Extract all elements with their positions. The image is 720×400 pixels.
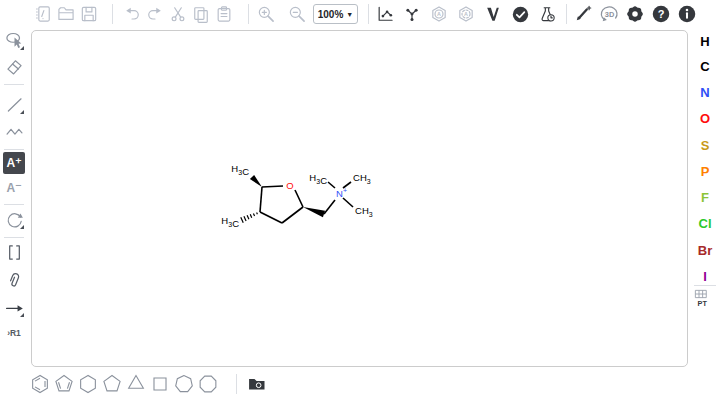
atom-label: O — [700, 111, 710, 126]
svg-text:A: A — [437, 11, 441, 17]
flask-clock-icon — [537, 4, 557, 24]
undo-button[interactable] — [121, 3, 143, 25]
svg-text:?: ? — [658, 8, 665, 20]
atom-button-cl[interactable]: Cl — [692, 216, 718, 231]
aromatize-button[interactable]: A — [428, 3, 450, 25]
atom-button-c[interactable]: C — [692, 59, 718, 74]
atom-button-s[interactable]: S — [692, 138, 718, 153]
reaction-arrow-tool[interactable] — [3, 296, 25, 318]
about-button[interactable] — [676, 3, 698, 25]
atom-button-i[interactable]: I — [692, 269, 718, 284]
svg-text:CH3: CH3 — [355, 205, 373, 218]
settings-button[interactable] — [624, 3, 646, 25]
charge-minus-label: A⁻ — [7, 181, 22, 195]
template-cycloheptane[interactable] — [173, 373, 195, 395]
template-cyclopentadiene[interactable] — [53, 373, 75, 395]
atom-button-o[interactable]: O — [692, 111, 718, 126]
rgroup-label-tool[interactable]: ›R1 — [3, 322, 25, 344]
template-benzene[interactable] — [29, 373, 51, 395]
calculate-cip-button[interactable] — [482, 3, 504, 25]
open-button[interactable] — [55, 3, 77, 25]
toolbar-separator — [694, 285, 716, 286]
save-button[interactable] — [78, 3, 100, 25]
atom-label: I — [703, 269, 707, 284]
drawing-canvas[interactable]: ON+H3CH3CH3CCH3CH3 — [31, 30, 688, 367]
toolbar-separator — [4, 149, 24, 150]
zoom-level-dropdown[interactable]: 100% ▼ — [313, 4, 358, 24]
gear-icon — [624, 3, 646, 25]
zoom-group — [255, 3, 308, 25]
top-toolbar: 100% ▼ A — [0, 0, 720, 28]
attachment-point-tool[interactable] — [3, 269, 25, 291]
floppy-disk-icon — [79, 4, 99, 24]
toolbar-separator — [112, 4, 113, 24]
periodic-table-button[interactable]: PT — [693, 288, 715, 310]
charge-plus-tool[interactable]: A⁺ — [3, 152, 25, 174]
erase-tool[interactable] — [3, 55, 25, 77]
toolbar-separator — [248, 4, 249, 24]
transform-rotate-tool[interactable] — [3, 208, 25, 230]
3d-viewer-button[interactable]: 3D — [598, 3, 620, 25]
atom-label: H — [700, 34, 709, 49]
help-button[interactable]: ? — [650, 3, 672, 25]
right-arrow-icon — [4, 297, 25, 318]
copy-icon — [191, 4, 211, 24]
template-cyclopropane[interactable] — [125, 373, 147, 395]
atom-button-h[interactable]: H — [692, 34, 718, 49]
template-cyclooctane[interactable] — [197, 373, 219, 395]
layout-button[interactable] — [374, 3, 396, 25]
atom-button-p[interactable]: P — [692, 164, 718, 179]
rotate-icon — [4, 209, 25, 230]
sgroup-bracket-tool[interactable] — [3, 241, 25, 263]
clear-canvas-button[interactable] — [32, 3, 54, 25]
atom-button-n[interactable]: N — [692, 85, 718, 100]
svg-text:A: A — [464, 11, 468, 17]
info-icon — [676, 3, 698, 25]
toolbar-separator — [566, 4, 567, 24]
dearomatize-button[interactable]: A — [455, 3, 477, 25]
template-cyclohexane[interactable] — [77, 373, 99, 395]
redo-button[interactable] — [144, 3, 166, 25]
atom-label: C — [700, 59, 709, 74]
chain-tool[interactable] — [3, 120, 25, 142]
question-icon: ? — [650, 3, 672, 25]
cut-button[interactable] — [167, 3, 189, 25]
molecule-drawing[interactable]: ON+H3CH3CH3CCH3CH3 — [32, 31, 687, 366]
atom-label: Br — [698, 243, 712, 258]
check-icon — [510, 4, 531, 25]
benzene-icon — [29, 373, 51, 395]
clean-up-icon — [402, 4, 422, 24]
zoom-in-button[interactable] — [255, 3, 277, 25]
atom-label: F — [701, 190, 709, 205]
select-lasso-tool[interactable] — [3, 29, 25, 51]
dropdown-arrow-icon: ▼ — [346, 11, 353, 18]
recognize-button[interactable] — [572, 3, 594, 25]
clean-up-button[interactable] — [401, 3, 423, 25]
copy-button[interactable] — [190, 3, 212, 25]
atom-toolbar: H C N O S P F Cl Br I PT — [690, 28, 720, 368]
zoom-level-value: 100% — [318, 9, 344, 20]
charge-minus-tool[interactable]: A⁻ — [3, 177, 25, 199]
check-structure-button[interactable] — [509, 3, 531, 25]
cip-wedge-icon — [483, 4, 503, 24]
charge-plus-label: A⁺ — [7, 156, 22, 170]
brackets-icon — [4, 242, 25, 263]
svg-text:H3C: H3C — [231, 163, 249, 177]
single-bond-tool[interactable] — [3, 93, 25, 115]
3d-rotate-icon: 3D — [599, 4, 620, 25]
pt-label: PT — [698, 299, 708, 308]
atom-button-f[interactable]: F — [692, 190, 718, 205]
template-cyclopentane[interactable] — [101, 373, 123, 395]
paste-button[interactable] — [213, 3, 235, 25]
calculated-values-button[interactable] — [536, 3, 558, 25]
template-cyclobutane[interactable] — [149, 373, 171, 395]
toolbar-separator — [236, 374, 237, 394]
cyclooctane-icon — [197, 373, 219, 395]
atom-button-br[interactable]: Br — [692, 243, 718, 258]
scissors-icon — [168, 4, 188, 24]
edit-group — [121, 3, 235, 25]
zoom-in-icon — [256, 4, 276, 24]
template-library-button[interactable] — [246, 373, 268, 395]
cyclopropane-icon — [125, 373, 147, 395]
zoom-out-button[interactable] — [286, 3, 308, 25]
